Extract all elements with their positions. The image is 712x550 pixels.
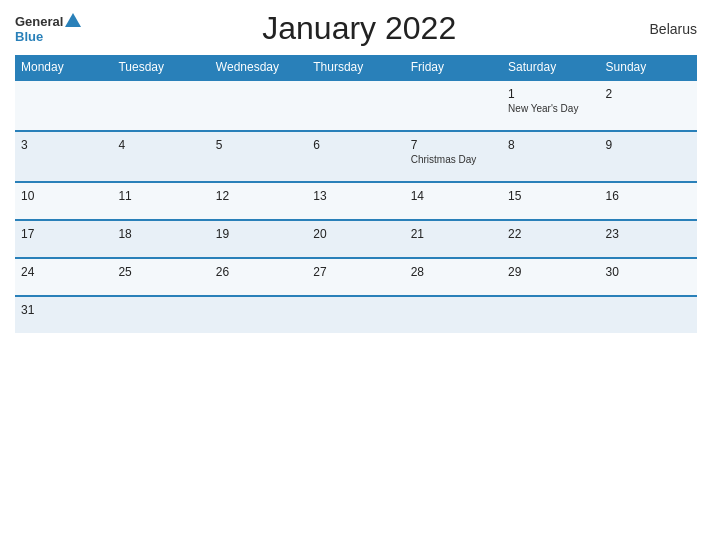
calendar-cell <box>307 296 404 333</box>
calendar-cell: 23 <box>600 220 697 258</box>
calendar-cell: 5 <box>210 131 307 182</box>
day-number: 4 <box>118 138 203 152</box>
calendar-cell: 3 <box>15 131 112 182</box>
calendar-cell: 30 <box>600 258 697 296</box>
calendar-cell <box>112 80 209 131</box>
country-label: Belarus <box>637 21 697 37</box>
calendar-week-row: 24252627282930 <box>15 258 697 296</box>
calendar-cell: 19 <box>210 220 307 258</box>
holiday-label: New Year's Day <box>508 103 593 114</box>
day-number: 3 <box>21 138 106 152</box>
day-number: 15 <box>508 189 593 203</box>
calendar-cell <box>210 296 307 333</box>
calendar-cell <box>15 80 112 131</box>
day-number: 31 <box>21 303 106 317</box>
calendar-week-row: 1New Year's Day2 <box>15 80 697 131</box>
calendar-body: 1New Year's Day234567Christmas Day891011… <box>15 80 697 333</box>
weekday-header-thursday: Thursday <box>307 55 404 80</box>
day-number: 5 <box>216 138 301 152</box>
calendar-thead: MondayTuesdayWednesdayThursdayFridaySatu… <box>15 55 697 80</box>
calendar-cell: 24 <box>15 258 112 296</box>
day-number: 13 <box>313 189 398 203</box>
calendar-cell <box>307 80 404 131</box>
calendar-cell: 1New Year's Day <box>502 80 599 131</box>
day-number: 11 <box>118 189 203 203</box>
calendar-week-row: 17181920212223 <box>15 220 697 258</box>
calendar-cell: 22 <box>502 220 599 258</box>
day-number: 10 <box>21 189 106 203</box>
calendar-week-row: 10111213141516 <box>15 182 697 220</box>
calendar-cell: 6 <box>307 131 404 182</box>
day-number: 17 <box>21 227 106 241</box>
calendar-header: General Blue January 2022 Belarus <box>15 10 697 47</box>
weekday-header-sunday: Sunday <box>600 55 697 80</box>
day-number: 12 <box>216 189 301 203</box>
day-number: 29 <box>508 265 593 279</box>
calendar-cell: 15 <box>502 182 599 220</box>
logo-triangle-icon <box>65 13 81 27</box>
day-number: 25 <box>118 265 203 279</box>
weekday-header-row: MondayTuesdayWednesdayThursdayFridaySatu… <box>15 55 697 80</box>
calendar-cell: 29 <box>502 258 599 296</box>
calendar-cell <box>502 296 599 333</box>
day-number: 1 <box>508 87 593 101</box>
month-title: January 2022 <box>81 10 637 47</box>
calendar-cell: 2 <box>600 80 697 131</box>
calendar-cell <box>405 296 502 333</box>
calendar-cell: 7Christmas Day <box>405 131 502 182</box>
weekday-header-friday: Friday <box>405 55 502 80</box>
calendar-cell: 26 <box>210 258 307 296</box>
logo: General Blue <box>15 13 81 44</box>
calendar-cell: 31 <box>15 296 112 333</box>
calendar-cell: 14 <box>405 182 502 220</box>
day-number: 22 <box>508 227 593 241</box>
logo-blue-text: Blue <box>15 29 43 44</box>
day-number: 28 <box>411 265 496 279</box>
day-number: 8 <box>508 138 593 152</box>
calendar-cell <box>112 296 209 333</box>
day-number: 27 <box>313 265 398 279</box>
day-number: 20 <box>313 227 398 241</box>
calendar-cell: 27 <box>307 258 404 296</box>
day-number: 14 <box>411 189 496 203</box>
day-number: 30 <box>606 265 691 279</box>
day-number: 16 <box>606 189 691 203</box>
calendar-cell: 21 <box>405 220 502 258</box>
logo-general-text: General <box>15 14 63 29</box>
day-number: 18 <box>118 227 203 241</box>
day-number: 7 <box>411 138 496 152</box>
weekday-header-saturday: Saturday <box>502 55 599 80</box>
day-number: 19 <box>216 227 301 241</box>
weekday-header-monday: Monday <box>15 55 112 80</box>
calendar-cell: 12 <box>210 182 307 220</box>
holiday-label: Christmas Day <box>411 154 496 165</box>
calendar-cell: 13 <box>307 182 404 220</box>
calendar-cell: 28 <box>405 258 502 296</box>
calendar-cell: 9 <box>600 131 697 182</box>
calendar-container: General Blue January 2022 Belarus Monday… <box>0 0 712 550</box>
calendar-table: MondayTuesdayWednesdayThursdayFridaySatu… <box>15 55 697 333</box>
calendar-cell: 25 <box>112 258 209 296</box>
day-number: 26 <box>216 265 301 279</box>
calendar-cell: 10 <box>15 182 112 220</box>
calendar-cell: 16 <box>600 182 697 220</box>
day-number: 2 <box>606 87 691 101</box>
calendar-cell <box>600 296 697 333</box>
calendar-week-row: 34567Christmas Day89 <box>15 131 697 182</box>
day-number: 24 <box>21 265 106 279</box>
calendar-cell <box>405 80 502 131</box>
weekday-header-tuesday: Tuesday <box>112 55 209 80</box>
calendar-cell: 18 <box>112 220 209 258</box>
day-number: 9 <box>606 138 691 152</box>
calendar-cell: 4 <box>112 131 209 182</box>
calendar-cell: 8 <box>502 131 599 182</box>
day-number: 6 <box>313 138 398 152</box>
calendar-cell: 17 <box>15 220 112 258</box>
day-number: 23 <box>606 227 691 241</box>
calendar-cell: 20 <box>307 220 404 258</box>
day-number: 21 <box>411 227 496 241</box>
calendar-cell <box>210 80 307 131</box>
weekday-header-wednesday: Wednesday <box>210 55 307 80</box>
calendar-cell: 11 <box>112 182 209 220</box>
calendar-week-row: 31 <box>15 296 697 333</box>
